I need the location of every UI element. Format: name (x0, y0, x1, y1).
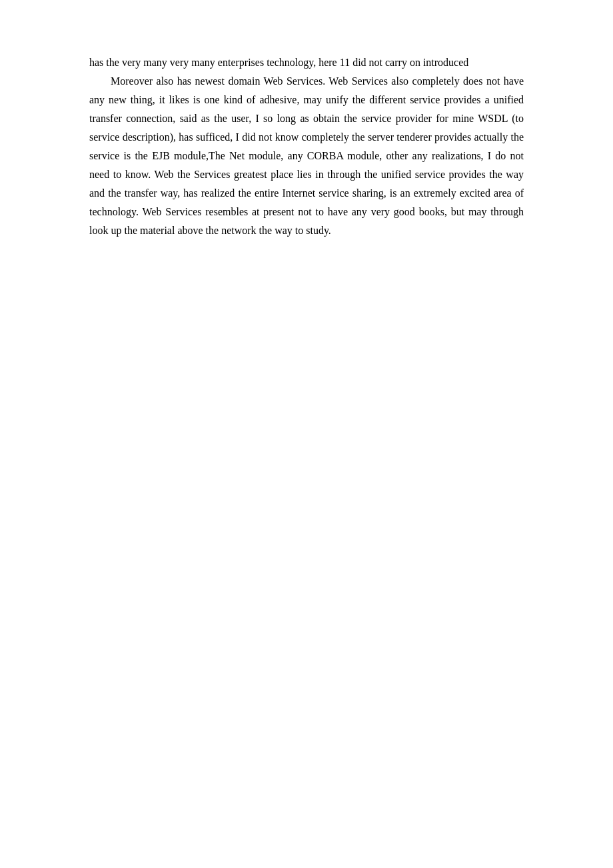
page-content: has the very many very many enterprises … (0, 0, 613, 868)
paragraph-2: Moreover also has newest domain Web Serv… (89, 72, 524, 240)
paragraph-1: has the very many very many enterprises … (89, 53, 524, 72)
